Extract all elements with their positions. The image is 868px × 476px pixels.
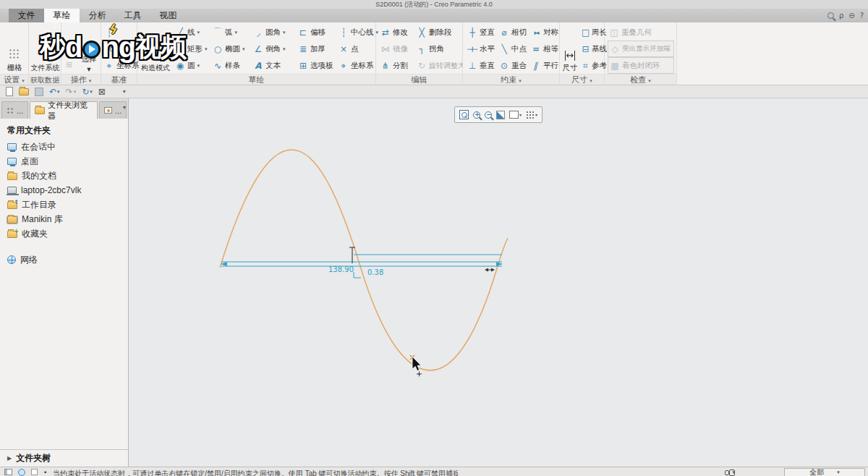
folder-item-in-session[interactable]: 在会话中 [0,140,128,154]
globe-icon [7,255,16,264]
rectangle-button[interactable]: ▭矩形▾ [174,41,211,57]
new-file-button[interactable] [6,87,13,96]
spline-button[interactable]: ∿样条 [211,57,252,74]
dim-aux-value[interactable]: 0.38 [367,268,383,276]
coincident-constraint-button[interactable]: ⊙重合 [498,57,529,74]
sketch-canvas-area[interactable]: + − ▾ ▾ 138.90 [129,98,868,467]
folder-item-network[interactable]: 网络 [0,252,128,267]
divide-button[interactable]: ⋔分割 [379,57,415,74]
folder-item-my-documents[interactable]: 我的文档 [0,169,128,183]
fillet-button[interactable]: ◞圆角▾ [252,24,297,41]
zoom-in-button[interactable]: + [473,111,480,119]
group-dimension-label[interactable]: 尺寸 ▾ [560,75,604,85]
find-icon[interactable] [725,470,729,475]
tab-model-tree[interactable]: ... [1,101,28,119]
parallel-constraint-button[interactable]: ∥平行 [529,57,561,74]
group-sketch: 构造模式 ╱线▾ ⌒弧▾ ◞圆角▾ ⊏偏移 ┆中心线▾ ▭矩形▾ ○椭圆▾ ∠倒… [137,22,376,85]
palette-button[interactable]: ⊞选项板 [297,57,337,74]
redo-button[interactable]: ↷▾ [66,86,77,98]
tab-sketch[interactable]: 草绘 [44,9,80,22]
coincident-constraint-icon: ⊙ [499,61,509,71]
regenerate-button[interactable]: ↻▾ [82,86,93,98]
spline-curve[interactable] [220,150,508,370]
folder-item-desktop[interactable]: 桌面 [0,154,128,169]
construction-mode-button[interactable]: 构造模式 [139,28,172,73]
close-window-button[interactable]: ⊠ [98,86,106,98]
dim-length-value[interactable]: 138.90 [328,265,354,273]
symmetric-constraint-button[interactable]: ▸◂对称 [529,24,561,41]
navigator-options-caret[interactable]: ▾ [123,104,126,111]
chamfer-button[interactable]: ∠倒角▾ [252,41,297,57]
toolbar-overflow-button[interactable]: ▾ [123,86,126,98]
point-button[interactable]: ×点 [337,41,382,57]
folder-icon [35,107,45,114]
tab-folder-browser[interactable]: 文件夹浏览器 [30,101,98,119]
resource-icon[interactable]: ρ [839,10,843,21]
grid-settings-button[interactable]: 栅格 [3,28,26,73]
tangent-constraint-button[interactable]: ⌀相切 [498,24,529,41]
dimension-button[interactable]: ↔ 尺寸 [561,27,579,73]
repaint-button[interactable] [496,111,505,119]
tab-file[interactable]: 文件 [9,9,44,22]
undo-button[interactable]: ↶▾ [49,86,60,98]
zoom-out-button[interactable]: − [485,111,492,119]
text-button[interactable]: A文本 [252,57,297,74]
group-constrain-label[interactable]: 约束 ▾ [463,75,559,85]
group-operations-label[interactable]: 操作 ▾ [61,75,101,85]
vertical-constraint-button[interactable]: ┼竖直 [466,24,498,41]
csys-icon: ⌖ [339,61,349,71]
panel-toggle-icon[interactable] [4,469,12,475]
minimize-ribbon-icon[interactable]: ⊖ [848,10,854,21]
highlight-open-ends-button: ◇突出显示开放端 [608,41,674,57]
delete-segment-icon: ╳ [417,27,427,38]
datum-centerline-button[interactable]: ┆ [103,24,116,41]
refit-button[interactable] [459,110,469,119]
folder-item-computer[interactable]: laptop-2cbc7vlk [0,183,128,197]
corner-button[interactable]: ┐拐角 [415,41,463,57]
group-inspect-label[interactable]: 检查 ▾ [605,75,676,85]
datum-csys-button[interactable]: ⌖坐标系 [103,57,141,74]
spline-icon: ∿ [213,61,223,71]
perpendicular-constraint-button[interactable]: ⊥垂直 [466,57,498,74]
thicken-button[interactable]: ≣加厚 [297,41,337,57]
tab-tools[interactable]: 工具 [115,9,150,22]
csys-button[interactable]: ⌖坐标系 [337,57,382,74]
filter-dropdown[interactable]: 全部 ▾ [784,468,865,476]
folder-item-favorites[interactable]: +收藏夹 [0,226,128,241]
delete-segment-button[interactable]: ╳删除段 [415,24,463,41]
folder-tree-bar[interactable]: ▶ 文件夹树 [0,449,128,467]
folder-item-manikin-library[interactable]: Manikin 库 [0,212,128,226]
circle-button[interactable]: ◉圆▾ [174,57,211,74]
group-settings-label[interactable]: 设置 ▾ [0,75,28,85]
modify-button[interactable]: ⇄修改 [379,24,415,41]
arc-button[interactable]: ⌒弧▾ [211,24,252,41]
perpendicular-constraint-icon: ⊥ [467,61,477,71]
group-settings: 栅格 设置 ▾ [0,22,29,85]
help-icon[interactable]: ? [860,10,864,21]
chevron-down-icon: ▾ [242,46,245,52]
equal-constraint-button[interactable]: =相等 [529,41,561,57]
open-file-button[interactable] [19,88,29,95]
dim-drag-handle[interactable] [349,247,355,263]
checkbox-icon[interactable] [31,469,38,475]
tab-view[interactable]: 视图 [150,9,186,22]
file-system-button[interactable]: 文件系统 [30,28,61,73]
select-button[interactable]: 选择 ▾ [79,28,99,73]
sketch-drawing[interactable]: 138.90 0.38 [129,98,868,467]
sketcher-display-button[interactable]: ▾ [526,111,537,119]
centerline-button[interactable]: ┆中心线▾ [337,24,382,41]
datum-point-button[interactable]: × [103,41,116,57]
display-style-button[interactable]: ▾ [509,111,522,119]
folder-item-working-directory[interactable]: ↑工作目录 [0,197,128,212]
offset-button[interactable]: ⊏偏移 [297,24,337,41]
dim-handle-arrows-icon[interactable] [485,268,495,272]
corner-icon: ┐ [417,44,427,54]
command-search-icon[interactable] [827,12,834,19]
line-button[interactable]: ╱线▾ [174,24,211,41]
horizontal-constraint-button[interactable]: ┼水平 [466,41,498,57]
midpoint-constraint-button[interactable]: ╲中点 [498,41,529,57]
redo-icon: ↷ [66,86,73,98]
tab-analysis[interactable]: 分析 [80,9,115,22]
web-icon[interactable] [18,469,25,476]
ellipse-button[interactable]: ○椭圆▾ [211,41,252,57]
